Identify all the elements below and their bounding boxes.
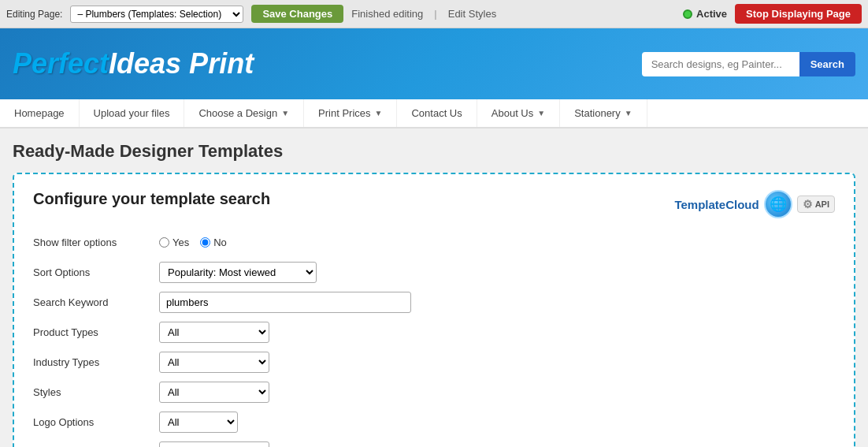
page-content: Ready-Made Designer Templates Configure …: [0, 129, 868, 447]
product-types-label: Product Types: [33, 326, 159, 338]
finished-editing-link[interactable]: Finished editing: [351, 8, 423, 20]
page-title: Ready-Made Designer Templates: [13, 141, 855, 162]
nav-stationery-label: Stationery: [574, 107, 621, 119]
site-nav: Homepage Upload your files Choose a Desi…: [0, 99, 868, 129]
logo-perfect: Perfect: [13, 47, 109, 80]
nav-upload-label: Upload your files: [94, 107, 170, 119]
config-box: Configure your template search TemplateC…: [13, 173, 855, 447]
industry-types-row: Industry Types All: [33, 351, 835, 373]
industry-types-control: All: [159, 352, 269, 373]
logo-options-control: All: [159, 412, 238, 433]
api-label: API: [815, 199, 829, 209]
active-status: Active: [683, 8, 727, 20]
nav-choose-label: Choose a Design: [198, 107, 277, 119]
search-keyword-label: Search Keyword: [33, 296, 159, 308]
nav-contact-label: Contact Us: [411, 107, 462, 119]
styles-select[interactable]: All: [159, 382, 269, 403]
search-keyword-row: Search Keyword: [33, 291, 835, 313]
config-title: Configure your template search: [33, 190, 270, 208]
separator: |: [434, 8, 436, 20]
template-cloud-label: TemplateCloud: [674, 198, 759, 211]
nav-print-prices[interactable]: Print Prices ▼: [304, 99, 397, 127]
nav-about-us[interactable]: About Us ▼: [477, 99, 560, 127]
active-label: Active: [696, 8, 727, 20]
header-search-input[interactable]: [642, 52, 799, 76]
page-select[interactable]: – Plumbers (Templates: Selection): [70, 6, 243, 23]
nav-prices-label: Print Prices: [318, 107, 370, 119]
admin-bar: Editing Page: – Plumbers (Templates: Sel…: [0, 0, 868, 28]
chevron-down-icon: ▼: [281, 109, 289, 117]
chevron-down-icon: ▼: [537, 109, 545, 117]
search-keyword-control: [159, 292, 411, 313]
chevron-down-icon: ▼: [625, 109, 632, 117]
show-filter-row: Show filter options Yes No: [33, 231, 835, 253]
nav-choose-design[interactable]: Choose a Design ▼: [184, 99, 304, 127]
styles-label: Styles: [33, 386, 159, 398]
logo-options-select[interactable]: All: [159, 412, 238, 433]
events-control: All: [159, 441, 269, 448]
product-types-control: All: [159, 322, 269, 343]
nav-stationery[interactable]: Stationery ▼: [560, 99, 647, 127]
chevron-down-icon: ▼: [375, 109, 383, 117]
nav-about-label: About Us: [491, 107, 533, 119]
show-filter-no-radio[interactable]: [200, 237, 210, 248]
config-box-header: Configure your template search TemplateC…: [33, 190, 835, 218]
active-dot-icon: [683, 9, 692, 19]
search-keyword-input[interactable]: [159, 292, 411, 313]
site-header: Perfect Ideas Print Search: [0, 28, 868, 99]
save-changes-button[interactable]: Save Changes: [251, 5, 343, 23]
sort-options-row: Sort Options Popularity: Most viewed: [33, 261, 835, 283]
show-filter-no-option[interactable]: No: [200, 237, 227, 248]
logo-options-row: Logo Options All: [33, 411, 835, 433]
sort-options-select[interactable]: Popularity: Most viewed: [159, 262, 317, 283]
show-filter-label: Show filter options: [33, 237, 159, 248]
gear-icon: ⚙: [803, 198, 813, 210]
nav-contact-us[interactable]: Contact Us: [397, 99, 477, 127]
styles-control: All: [159, 382, 269, 403]
header-search: Search: [642, 52, 855, 76]
header-search-button[interactable]: Search: [799, 52, 855, 76]
industry-types-label: Industry Types: [33, 356, 159, 368]
template-cloud-badge: TemplateCloud 🌐 ⚙ API: [674, 190, 835, 218]
show-filter-control: Yes No: [159, 237, 227, 248]
show-filter-no-label: No: [213, 237, 227, 248]
styles-row: Styles All: [33, 381, 835, 403]
template-cloud-globe-icon: 🌐: [764, 190, 792, 218]
nav-homepage[interactable]: Homepage: [0, 99, 80, 127]
editing-label: Editing Page:: [6, 9, 62, 20]
show-filter-yes-option[interactable]: Yes: [159, 237, 189, 248]
nav-upload-files[interactable]: Upload your files: [80, 99, 185, 127]
events-row: Events All: [33, 441, 835, 447]
show-filter-yes-label: Yes: [172, 237, 189, 248]
product-types-select[interactable]: All: [159, 322, 269, 343]
logo-rest: Ideas Print: [109, 47, 254, 80]
events-select[interactable]: All: [159, 441, 269, 448]
sort-options-control: Popularity: Most viewed: [159, 262, 317, 283]
site-logo[interactable]: Perfect Ideas Print: [13, 47, 254, 80]
show-filter-yes-radio[interactable]: [159, 237, 169, 248]
product-types-row: Product Types All: [33, 321, 835, 343]
sort-options-label: Sort Options: [33, 266, 159, 278]
edit-styles-link[interactable]: Edit Styles: [448, 8, 496, 20]
nav-homepage-label: Homepage: [14, 107, 65, 119]
logo-options-label: Logo Options: [33, 416, 159, 428]
template-cloud-api-badge: ⚙ API: [797, 196, 835, 213]
industry-types-select[interactable]: All: [159, 352, 269, 373]
stop-displaying-button[interactable]: Stop Displaying Page: [735, 4, 862, 24]
